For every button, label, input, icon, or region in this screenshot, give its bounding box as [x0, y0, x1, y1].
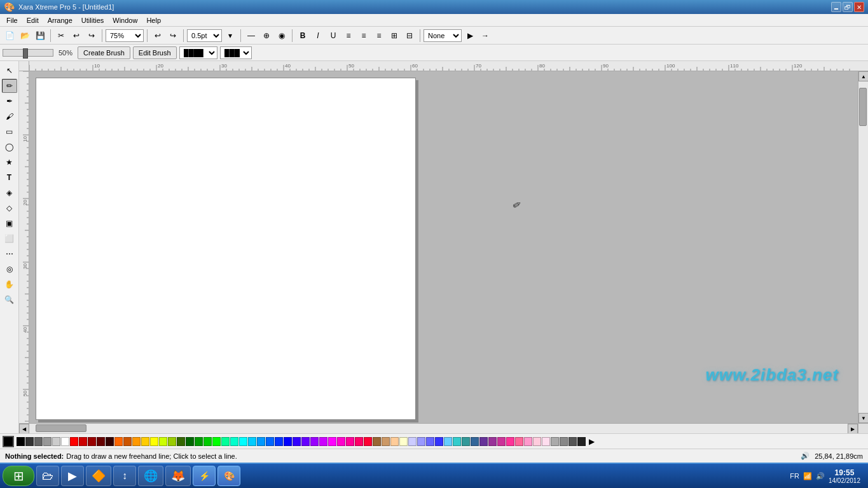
palette-swatch-18[interactable]	[177, 437, 185, 446]
align-right[interactable]: ≡	[372, 29, 386, 43]
export-button[interactable]: ↪	[166, 29, 180, 43]
linestyle2[interactable]: ⊕	[259, 29, 273, 43]
none-select[interactable]: None	[424, 29, 462, 42]
new-button[interactable]: 📄	[3, 29, 17, 43]
palette-swatch-35[interactable]	[328, 437, 336, 446]
fill-options[interactable]: →	[478, 29, 492, 43]
close-button[interactable]: ✕	[854, 2, 864, 12]
palette-swatch-58[interactable]	[533, 437, 541, 446]
palette-swatch-22[interactable]	[212, 437, 221, 446]
fill-type[interactable]: ▶	[463, 29, 477, 43]
zoom-tool[interactable]: 🔍	[2, 293, 17, 307]
palette-swatch-15[interactable]	[150, 437, 158, 446]
palette-swatch-62[interactable]	[568, 437, 577, 446]
palette-swatch-44[interactable]	[408, 437, 417, 446]
palette-swatch-59[interactable]	[542, 437, 550, 446]
palette-swatch-55[interactable]	[506, 437, 514, 446]
taskbar-app-explorer[interactable]: 🗁	[36, 466, 59, 486]
palette-swatch-12[interactable]	[123, 437, 132, 446]
fill-tool[interactable]: ◈	[2, 186, 17, 200]
maximize-button[interactable]: 🗗	[843, 2, 853, 12]
drawing-canvas[interactable]	[36, 78, 416, 420]
vscroll-track[interactable]	[858, 81, 868, 413]
hscroll-right-button[interactable]: ▶	[848, 424, 858, 433]
menu-window[interactable]: Window	[109, 15, 141, 25]
bevel-tool[interactable]: ⬜	[2, 232, 17, 246]
palette-swatch-10[interactable]	[106, 437, 114, 446]
palette-swatch-11[interactable]	[114, 437, 123, 446]
vertical-scrollbar[interactable]: ▲ ▼	[858, 71, 868, 423]
palette-swatch-24[interactable]	[230, 437, 238, 446]
freehand-tool[interactable]: ✏	[2, 79, 17, 93]
palette-swatch-47[interactable]	[435, 437, 443, 446]
linewidth-down[interactable]: ▾	[223, 29, 237, 43]
shadow-tool[interactable]: ▣	[2, 216, 17, 230]
palette-swatch-37[interactable]	[346, 437, 354, 446]
underline-button[interactable]: U	[326, 29, 340, 43]
selector-tool[interactable]: ↖	[2, 64, 17, 78]
palette-swatch-51[interactable]	[471, 437, 479, 446]
hscroll-track[interactable]	[29, 424, 848, 433]
vscroll-down-button[interactable]: ▼	[858, 413, 868, 423]
taskbar-app-network[interactable]: ⚡	[193, 466, 216, 486]
brush-slider[interactable]	[3, 49, 53, 57]
palette-swatch-16[interactable]	[159, 437, 167, 446]
taskbar-app-xara[interactable]: 🎨	[217, 466, 240, 486]
palette-swatch-39[interactable]	[364, 437, 372, 446]
taskbar-app-vlc[interactable]: 🔶	[86, 466, 111, 486]
save-button[interactable]: 💾	[33, 29, 47, 43]
palette-swatch-57[interactable]	[524, 437, 532, 446]
palette-swatch-2[interactable]	[34, 437, 43, 446]
palette-swatch-38[interactable]	[355, 437, 363, 446]
zoom-select[interactable]: 75% 50% 100% 150%	[106, 29, 144, 42]
palette-swatch-46[interactable]	[426, 437, 434, 446]
palette-swatch-49[interactable]	[453, 437, 461, 446]
palette-swatch-5[interactable]	[61, 437, 69, 446]
palette-swatch-28[interactable]	[266, 437, 274, 446]
ungroup-button[interactable]: ⊟	[403, 29, 417, 43]
import-button[interactable]: ↩	[151, 29, 165, 43]
pen-tool[interactable]: ✒	[2, 94, 17, 108]
palette-swatch-54[interactable]	[497, 437, 506, 446]
rectangle-tool[interactable]: ▭	[2, 125, 17, 139]
linewidth-select[interactable]: 0.5pt 1pt 2pt	[187, 29, 222, 42]
contour-tool[interactable]: ◎	[2, 262, 17, 276]
menu-help[interactable]: Help	[142, 15, 165, 25]
palette-swatch-42[interactable]	[390, 437, 399, 446]
hscroll-left-button[interactable]: ◀	[19, 424, 29, 433]
linestyle1[interactable]: —	[244, 29, 258, 43]
palette-swatch-27[interactable]	[257, 437, 265, 446]
align-left[interactable]: ≡	[341, 29, 355, 43]
taskbar-app-ie[interactable]: 🌐	[138, 466, 163, 486]
group-button[interactable]: ⊞	[387, 29, 401, 43]
undo-button[interactable]: ↩	[69, 29, 83, 43]
menu-file[interactable]: File	[3, 15, 22, 25]
palette-swatch-19[interactable]	[186, 437, 194, 446]
slider-thumb[interactable]	[23, 48, 28, 59]
palette-swatch-60[interactable]	[551, 437, 559, 446]
open-button[interactable]: 📂	[18, 29, 32, 43]
vscroll-thumb[interactable]	[859, 88, 867, 126]
redo-button[interactable]: ↪	[85, 29, 99, 43]
line-style-select[interactable]: ████	[179, 46, 217, 59]
palette-swatch-21[interactable]	[203, 437, 212, 446]
palette-swatch-13[interactable]	[132, 437, 141, 446]
paint-tool[interactable]: 🖌	[2, 109, 17, 123]
palette-swatch-31[interactable]	[293, 437, 301, 446]
palette-swatch-48[interactable]	[444, 437, 452, 446]
palette-swatch-63[interactable]	[577, 437, 586, 446]
linestyle3[interactable]: ◉	[275, 29, 289, 43]
palette-swatch-4[interactable]	[52, 437, 60, 446]
create-brush-button[interactable]: Create Brush	[78, 46, 130, 59]
taskbar-app-media[interactable]: ▶	[61, 466, 84, 486]
vscroll-up-button[interactable]: ▲	[858, 71, 868, 81]
palette-swatch-30[interactable]	[284, 437, 292, 446]
menu-edit[interactable]: Edit	[23, 15, 43, 25]
palette-swatch-45[interactable]	[417, 437, 425, 446]
italic-button[interactable]: I	[311, 29, 325, 43]
palette-swatch-32[interactable]	[301, 437, 310, 446]
palette-swatch-7[interactable]	[79, 437, 87, 446]
blend-tool[interactable]: ⋯	[2, 247, 17, 261]
align-center[interactable]: ≡	[357, 29, 371, 43]
palette-swatch-25[interactable]	[239, 437, 247, 446]
